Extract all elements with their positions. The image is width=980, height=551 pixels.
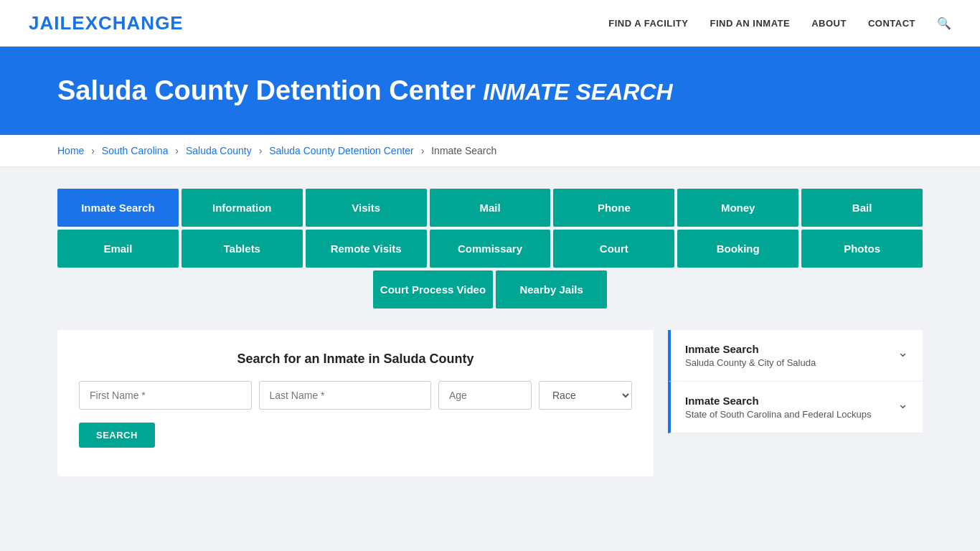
site-logo[interactable]: JAILEXCHANGE [29, 12, 184, 34]
separator-1: › [91, 145, 95, 156]
age-input[interactable] [438, 381, 532, 410]
hero-title-main: Saluda County Detention Center [57, 75, 476, 105]
separator-3: › [259, 145, 263, 156]
tab-photos[interactable]: Photos [801, 230, 923, 268]
search-icon[interactable]: 🔍 [937, 17, 951, 30]
site-header: JAILEXCHANGE FIND A FACILITY FIND AN INM… [0, 0, 980, 47]
sidebar-item-local[interactable]: Inmate Search Saluda County & City of Sa… [668, 330, 923, 382]
sidebar: Inmate Search Saluda County & City of Sa… [668, 330, 923, 476]
sidebar-item-local-sub: Saluda County & City of Saluda [685, 357, 816, 368]
breadcrumb-current: Inmate Search [431, 145, 496, 156]
breadcrumb-home[interactable]: Home [57, 145, 84, 156]
tabs-row3: Court Process Video Nearby Jails [57, 270, 923, 309]
hero-banner: Saluda County Detention Center INMATE SE… [0, 47, 980, 135]
last-name-input[interactable] [259, 381, 432, 410]
tab-money[interactable]: Money [677, 189, 798, 227]
tab-mail[interactable]: Mail [430, 189, 551, 227]
chevron-down-icon-2: ⌄ [897, 396, 908, 412]
tab-visits[interactable]: Visits [306, 189, 427, 227]
breadcrumb: Home › South Carolina › Saluda County › … [0, 135, 980, 167]
nav-about[interactable]: ABOUT [811, 18, 847, 29]
tab-nearby-jails[interactable]: Nearby Jails [496, 270, 607, 309]
breadcrumb-sc[interactable]: South Carolina [102, 145, 169, 156]
sidebar-item-state-sub: State of South Carolina and Federal Lock… [685, 409, 871, 420]
search-button[interactable]: SEARCH [79, 423, 155, 448]
sidebar-item-local-heading: Inmate Search [685, 343, 816, 355]
sidebar-item-state[interactable]: Inmate Search State of South Carolina an… [668, 382, 923, 433]
content-area: Search for an Inmate in Saluda County Ra… [57, 330, 923, 476]
tab-remote-visits[interactable]: Remote Visits [306, 230, 427, 268]
tabs-row2: Email Tablets Remote Visits Commissary C… [57, 230, 923, 268]
tab-bail[interactable]: Bail [801, 189, 923, 227]
tab-commissary[interactable]: Commissary [430, 230, 551, 268]
main-content: Inmate Search Information Visits Mail Ph… [0, 167, 980, 498]
breadcrumb-saluda-county[interactable]: Saluda County [186, 145, 252, 156]
tabs-row1: Inmate Search Information Visits Mail Ph… [57, 189, 923, 227]
tab-email[interactable]: Email [57, 230, 179, 268]
search-form: RaceWhiteBlackHispanicAsianOther [79, 381, 632, 410]
first-name-input[interactable] [79, 381, 252, 410]
nav-find-facility[interactable]: FIND A FACILITY [608, 18, 688, 29]
logo-exchange: EXCHANGE [72, 12, 183, 34]
tab-court[interactable]: Court [553, 230, 674, 268]
hero-title-italic: INMATE SEARCH [483, 79, 672, 105]
tab-tablets[interactable]: Tablets [182, 230, 303, 268]
race-select[interactable]: RaceWhiteBlackHispanicAsianOther [539, 381, 632, 410]
chevron-down-icon: ⌄ [897, 344, 908, 360]
nav-contact[interactable]: CONTACT [868, 18, 915, 29]
search-panel: Search for an Inmate in Saluda County Ra… [57, 330, 654, 476]
tab-phone[interactable]: Phone [553, 189, 674, 227]
separator-2: › [175, 145, 179, 156]
tab-court-process-video[interactable]: Court Process Video [373, 270, 493, 309]
sidebar-item-state-heading: Inmate Search [685, 395, 871, 407]
tab-inmate-search[interactable]: Inmate Search [57, 189, 179, 227]
search-panel-title: Search for an Inmate in Saluda County [79, 352, 632, 367]
tab-booking[interactable]: Booking [677, 230, 798, 268]
tab-information[interactable]: Information [182, 189, 303, 227]
main-nav: FIND A FACILITY FIND AN INMATE ABOUT CON… [608, 17, 951, 30]
breadcrumb-scdc[interactable]: Saluda County Detention Center [269, 145, 414, 156]
nav-find-inmate[interactable]: FIND AN INMATE [710, 18, 790, 29]
separator-4: › [421, 145, 425, 156]
logo-jail: JAIL [29, 12, 72, 34]
